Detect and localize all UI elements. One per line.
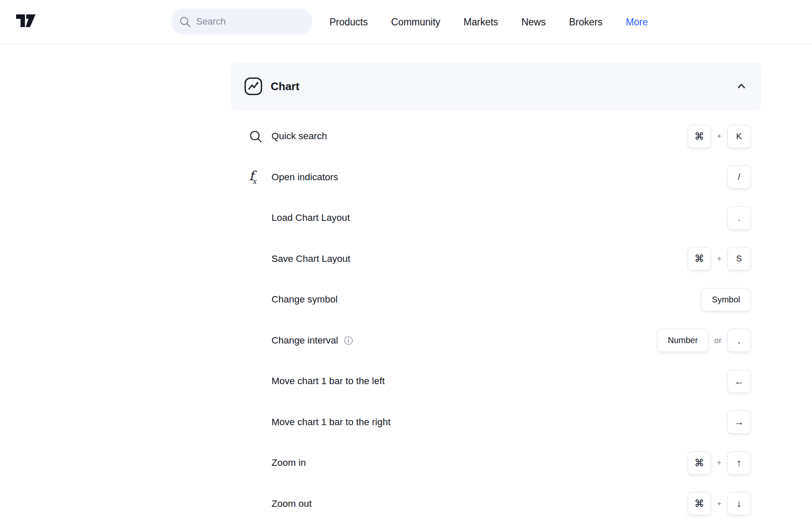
nav-products[interactable]: Products (329, 16, 368, 28)
shortcut-label: Save Chart Layout (272, 253, 350, 264)
shortcut-label: Change interval (272, 335, 353, 346)
shortcut-label: Move chart 1 bar to the right (272, 417, 390, 428)
nav-community[interactable]: Community (391, 16, 440, 28)
k-key: K (727, 125, 751, 148)
number-key: Number (657, 329, 708, 352)
shortcut-row-quick-search: Quick search ⌘ + K (231, 116, 761, 157)
arrow-down-key: ↓ (727, 492, 751, 515)
shortcut-label: Move chart 1 bar to the left (272, 376, 385, 387)
nav-markets[interactable]: Markets (464, 16, 498, 28)
nav-brokers[interactable]: Brokers (569, 16, 602, 28)
primary-nav: Products Community Markets News Brokers … (329, 0, 648, 44)
key-combo: ⌘ + S (688, 247, 751, 270)
key-combo: / (727, 165, 751, 189)
key-combo: ⌘ + ↓ (688, 492, 751, 515)
section-header-chart[interactable]: Chart (231, 62, 761, 110)
top-navigation-bar: Products Community Markets News Brokers … (0, 0, 812, 44)
shortcut-row-open-indicators: fx Open indicators / (231, 157, 761, 198)
search-icon (249, 130, 272, 143)
arrow-up-key: ↑ (727, 451, 751, 475)
shortcut-row-zoom-out: Zoom out ⌘ + ↓ (231, 484, 761, 525)
search-bar[interactable] (171, 8, 313, 35)
plus-separator: + (717, 254, 721, 264)
key-combo: Number or , (657, 329, 751, 352)
shortcut-row-load-chart-layout: Load Chart Layout . (231, 198, 761, 239)
key-combo: . (727, 206, 751, 230)
key-combo: ⌘ + ↑ (688, 451, 751, 475)
chevron-up-icon[interactable] (736, 81, 747, 92)
cmd-key: ⌘ (688, 125, 711, 148)
info-icon[interactable] (344, 336, 353, 345)
cmd-key: ⌘ (688, 492, 711, 515)
tradingview-logo[interactable] (16, 14, 36, 29)
nav-news[interactable]: News (521, 16, 546, 28)
key-combo: ← (727, 370, 751, 393)
shortcut-label: Change symbol (272, 294, 337, 305)
fx-icon: fx (249, 170, 272, 185)
slash-key: / (727, 165, 751, 189)
shortcut-label: Quick search (272, 131, 327, 142)
shortcut-label: Load Chart Layout (272, 212, 350, 223)
shortcut-label: Zoom out (272, 498, 312, 509)
arrow-left-key: ← (727, 370, 751, 393)
key-combo: → (727, 410, 751, 434)
shortcut-row-move-left: Move chart 1 bar to the left ← (231, 361, 761, 402)
tradingview-logo-icon (16, 14, 36, 27)
symbol-key: Symbol (701, 288, 751, 311)
shortcut-list: Quick search ⌘ + K fx Open indicators / … (231, 116, 761, 524)
shortcut-label: Zoom in (272, 457, 306, 468)
key-combo: ⌘ + K (688, 125, 751, 148)
search-icon (179, 16, 191, 27)
shortcut-row-change-symbol: Change symbol Symbol (231, 279, 761, 320)
s-key: S (727, 247, 751, 270)
arrow-right-key: → (727, 410, 751, 434)
nav-more[interactable]: More (626, 16, 648, 28)
plus-separator: + (717, 499, 721, 509)
shortcuts-content: Chart Quick search ⌘ + K (231, 62, 761, 524)
shortcut-row-save-chart-layout: Save Chart Layout ⌘ + S (231, 239, 761, 280)
section-title: Chart (271, 80, 299, 93)
chart-icon (244, 77, 263, 96)
plus-separator: + (717, 132, 721, 141)
cmd-key: ⌘ (688, 247, 711, 270)
search-input[interactable] (196, 16, 294, 27)
shortcut-row-change-interval: Change interval Number or , (231, 320, 761, 361)
or-separator: or (714, 336, 721, 345)
shortcut-row-move-right: Move chart 1 bar to the right → (231, 402, 761, 443)
comma-key: , (727, 329, 751, 352)
shortcut-label: Open indicators (272, 172, 338, 183)
shortcut-label-text: Change interval (272, 335, 338, 346)
key-combo: Symbol (701, 288, 751, 311)
plus-separator: + (717, 458, 721, 467)
shortcut-row-zoom-in: Zoom in ⌘ + ↑ (231, 443, 761, 484)
period-key: . (727, 206, 751, 230)
cmd-key: ⌘ (688, 451, 711, 475)
